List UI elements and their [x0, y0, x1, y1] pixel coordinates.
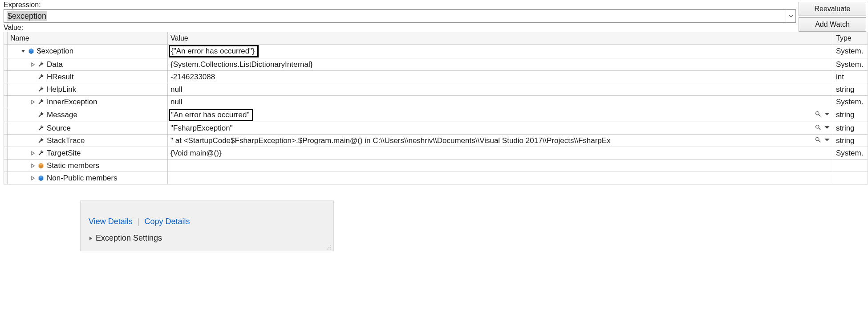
visualizer-dropdown[interactable] [824, 136, 830, 145]
svg-line-1 [819, 115, 820, 116]
name-cell[interactable]: Static members [8, 160, 168, 172]
property-name: Non-Public members [47, 174, 118, 183]
value-cell[interactable]: {Void main@()} [168, 147, 833, 159]
row-gutter [4, 135, 8, 147]
type-cell [833, 160, 868, 172]
wrench-icon [37, 61, 45, 69]
chevron-down-icon [788, 13, 794, 19]
type-cell: System. [833, 58, 868, 70]
table-row[interactable]: $exception{"An error has occurred"}Syste… [4, 45, 868, 58]
visualizer-dropdown[interactable] [824, 124, 830, 133]
name-cell[interactable]: TargetSite [8, 147, 168, 159]
svg-line-5 [819, 140, 820, 142]
row-gutter [4, 147, 8, 159]
expand-toggle[interactable] [30, 62, 36, 67]
table-row[interactable]: HelpLinknullstring [4, 83, 868, 96]
value-cell[interactable] [168, 160, 833, 172]
property-name: Source [47, 124, 71, 133]
expand-toggle[interactable] [30, 151, 36, 156]
name-cell[interactable]: Non-Public members [8, 172, 168, 184]
wrench-icon [37, 137, 45, 145]
type-cell [833, 172, 868, 184]
expand-toggle[interactable] [30, 176, 36, 180]
table-row[interactable]: Static members [4, 160, 868, 172]
property-value: {Void main@()} [170, 149, 222, 158]
column-header-name[interactable]: Name [8, 32, 168, 44]
wrench-icon [37, 73, 45, 81]
static-icon [37, 162, 45, 170]
row-gutter [4, 58, 8, 70]
name-cell[interactable]: InnerException [8, 96, 168, 108]
row-gutter [4, 108, 8, 122]
wrench-icon [37, 98, 45, 106]
svg-point-4 [816, 137, 819, 140]
text-visualizer-button[interactable] [815, 136, 821, 145]
name-cell[interactable]: Message [8, 108, 168, 122]
table-row[interactable]: Message"An error has occurred"string [4, 108, 868, 122]
expression-input-wrap[interactable]: $exception [4, 9, 796, 23]
value-cell[interactable]: null [168, 96, 833, 108]
name-cell[interactable]: StackTrace [8, 135, 168, 147]
object-icon [27, 47, 35, 55]
row-gutter [4, 172, 8, 184]
property-value: {"An error has occurred"} [169, 45, 259, 57]
type-cell: string [833, 135, 868, 147]
value-cell[interactable]: null [168, 83, 833, 95]
row-gutter [4, 96, 8, 108]
collapse-toggle[interactable] [20, 49, 26, 53]
name-cell[interactable]: Data [8, 58, 168, 70]
value-cell[interactable]: -2146233088 [168, 71, 833, 83]
type-cell: System. [833, 45, 868, 58]
property-value: "FsharpException" [170, 124, 233, 133]
property-name: Static members [47, 161, 99, 170]
row-gutter [4, 122, 8, 134]
table-row[interactable]: HResult-2146233088int [4, 71, 868, 83]
property-name: TargetSite [47, 149, 81, 158]
property-value: null [170, 98, 182, 106]
text-visualizer-button[interactable] [815, 110, 821, 119]
name-cell[interactable]: HResult [8, 71, 168, 83]
value-label: Value: [4, 23, 799, 32]
table-row[interactable]: Source"FsharpException"string [4, 122, 868, 135]
value-cell[interactable]: "FsharpException" [168, 122, 833, 134]
property-name: HelpLink [47, 85, 76, 94]
wrench-icon [37, 124, 45, 132]
table-row[interactable]: Non-Public members [4, 172, 868, 184]
table-row[interactable]: TargetSite{Void main@()}System. [4, 147, 868, 160]
value-cell[interactable]: "An error has occurred" [168, 108, 833, 122]
name-cell[interactable]: $exception [8, 45, 168, 58]
expand-toggle[interactable] [30, 100, 36, 104]
add-watch-button[interactable]: Add Watch [799, 17, 866, 32]
property-name: StackTrace [47, 136, 85, 145]
table-row[interactable]: InnerExceptionnullSystem. [4, 96, 868, 108]
property-name: HResult [47, 73, 73, 82]
table-row[interactable]: StackTrace" at <StartupCode$FsharpExcept… [4, 135, 868, 147]
wrench-icon [37, 149, 45, 157]
row-gutter [4, 71, 8, 83]
expression-label: Expression: [4, 0, 799, 9]
expression-dropdown-button[interactable] [786, 10, 795, 22]
type-cell: System. [833, 147, 868, 159]
svg-point-2 [816, 125, 819, 128]
expression-input-text: $exception [7, 11, 47, 21]
value-cell[interactable]: {System.Collections.ListDictionaryIntern… [168, 58, 833, 70]
expand-toggle[interactable] [30, 164, 36, 168]
row-gutter [4, 45, 8, 58]
name-cell[interactable]: HelpLink [8, 83, 168, 95]
value-cell[interactable] [168, 172, 833, 184]
svg-line-3 [819, 128, 820, 130]
value-cell[interactable]: " at <StartupCode$FsharpException>.$Prog… [168, 135, 833, 147]
value-cell[interactable]: {"An error has occurred"} [168, 45, 833, 58]
property-name: InnerException [47, 98, 97, 106]
name-cell[interactable]: Source [8, 122, 168, 134]
reevaluate-button[interactable]: Reevaluate [799, 2, 866, 16]
table-row[interactable]: Data{System.Collections.ListDictionaryIn… [4, 58, 868, 71]
visualizer-dropdown[interactable] [824, 110, 830, 119]
column-header-type[interactable]: Type [833, 32, 868, 44]
expression-input[interactable]: $exception [4, 11, 786, 22]
property-name: Message [47, 110, 77, 119]
type-cell: string [833, 108, 868, 122]
column-header-value[interactable]: Value [168, 32, 833, 44]
object-icon [37, 174, 45, 182]
text-visualizer-button[interactable] [815, 124, 821, 133]
